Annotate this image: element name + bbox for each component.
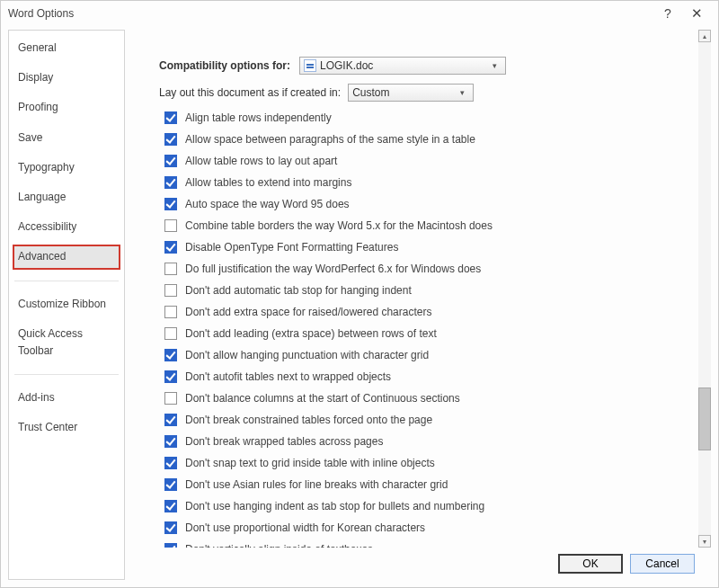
compat-option-label[interactable]: Align table rows independently xyxy=(185,110,332,126)
compat-option: Allow space between paragraphs of the sa… xyxy=(161,130,688,148)
compat-label: Compatibility options for: xyxy=(159,59,290,72)
scroll-track[interactable] xyxy=(698,42,711,535)
sidebar-item-general[interactable]: General xyxy=(14,38,119,58)
compat-checkbox[interactable] xyxy=(164,521,177,534)
compat-checkbox[interactable] xyxy=(164,414,177,426)
sidebar-item-quick-access-toolbar[interactable]: Quick Access Toolbar xyxy=(14,324,119,361)
scroll-up-button[interactable]: ▴ xyxy=(698,30,711,42)
compat-option-label[interactable]: Don't add automatic tab stop for hanging… xyxy=(185,282,412,298)
compat-option-label[interactable]: Don't vertically align inside of textbox… xyxy=(185,541,373,548)
layout-value: Custom xyxy=(352,86,389,99)
layout-dropdown[interactable]: Custom ▾ xyxy=(348,84,474,102)
compat-option-label[interactable]: Don't use hanging indent as tab stop for… xyxy=(185,498,484,514)
compat-option: Align table rows independently xyxy=(161,109,688,127)
compat-option: Don't autofit tables next to wrapped obj… xyxy=(161,368,688,386)
compat-option: Auto space the way Word 95 does xyxy=(161,195,688,213)
compat-option-label[interactable]: Don't snap text to grid inside table wit… xyxy=(185,455,435,471)
sidebar-item-typography[interactable]: Typography xyxy=(14,157,119,178)
compat-document-value: LOGIK.doc xyxy=(320,59,373,72)
compat-option-label[interactable]: Allow space between paragraphs of the sa… xyxy=(185,131,475,147)
compat-checkbox[interactable] xyxy=(164,370,177,383)
compat-document-dropdown[interactable]: LOGIK.doc ▾ xyxy=(299,57,506,75)
close-button[interactable]: ✕ xyxy=(682,5,711,22)
scroll-thumb[interactable] xyxy=(698,388,711,450)
compat-checkbox[interactable] xyxy=(164,500,177,512)
compat-checkbox[interactable] xyxy=(164,176,177,189)
compat-option-label[interactable]: Do full justification the way WordPerfec… xyxy=(185,261,481,277)
compat-option: Don't add automatic tab stop for hanging… xyxy=(161,281,688,299)
compat-checkbox[interactable] xyxy=(164,241,177,254)
dialog-footer: OK Cancel xyxy=(132,548,711,580)
compat-option-label[interactable]: Disable OpenType Font Formatting Feature… xyxy=(185,239,398,255)
compat-option: Do full justification the way WordPerfec… xyxy=(161,260,688,278)
compat-option: Don't use hanging indent as tab stop for… xyxy=(161,497,688,515)
compat-checkbox[interactable] xyxy=(164,263,177,275)
compat-checkbox[interactable] xyxy=(164,327,177,340)
sidebar-divider xyxy=(14,281,119,281)
titlebar: Word Options ? ✕ xyxy=(1,1,718,26)
compat-option-label[interactable]: Don't balance columns at the start of Co… xyxy=(185,390,460,406)
compat-option-label[interactable]: Don't add extra space for raised/lowered… xyxy=(185,304,431,320)
compatibility-section-header: Compatibility options for: LOGIK.doc ▾ xyxy=(159,57,688,75)
main-pane: Compatibility options for: LOGIK.doc ▾ L… xyxy=(132,30,711,580)
sidebar-item-accessibility[interactable]: Accessibility xyxy=(14,217,119,237)
compat-checkbox[interactable] xyxy=(164,284,177,297)
scroll-down-button[interactable]: ▾ xyxy=(698,535,711,548)
compat-option: Don't break wrapped tables across pages xyxy=(161,432,688,450)
compat-option-label[interactable]: Don't add leading (extra space) between … xyxy=(185,325,437,342)
sidebar: General Display Proofing Save Typography… xyxy=(8,30,125,580)
scroll-wrap: Compatibility options for: LOGIK.doc ▾ L… xyxy=(132,30,711,548)
sidebar-item-save[interactable]: Save xyxy=(14,128,119,148)
compat-checkbox[interactable] xyxy=(164,155,177,167)
chevron-down-icon: ▾ xyxy=(487,61,502,70)
compat-option: Don't allow hanging punctuation with cha… xyxy=(161,346,688,364)
ok-button[interactable]: OK xyxy=(558,554,623,574)
compat-checkbox[interactable] xyxy=(164,543,177,548)
compat-option-label[interactable]: Auto space the way Word 95 does xyxy=(185,196,350,212)
compat-option: Don't balance columns at the start of Co… xyxy=(161,389,688,407)
compat-option-label[interactable]: Don't break wrapped tables across pages xyxy=(185,433,383,450)
compat-option: Don't add leading (extra space) between … xyxy=(161,325,688,343)
sidebar-item-trust-center[interactable]: Trust Center xyxy=(14,417,119,438)
compat-option: Don't break constrained tables forced on… xyxy=(161,411,688,429)
compat-option-label[interactable]: Allow table rows to lay out apart xyxy=(185,153,337,169)
sidebar-item-add-ins[interactable]: Add-ins xyxy=(14,388,119,408)
compat-option: Don't use Asian rules for line breaks wi… xyxy=(161,476,688,494)
sidebar-divider xyxy=(14,374,119,375)
compat-option-label[interactable]: Don't break constrained tables forced on… xyxy=(185,412,432,428)
compat-checkbox[interactable] xyxy=(164,306,177,318)
compat-option: Disable OpenType Font Formatting Feature… xyxy=(161,238,688,256)
compat-checkbox[interactable] xyxy=(164,392,177,405)
compat-option-label[interactable]: Combine table borders the way Word 5.x f… xyxy=(185,218,493,234)
compat-checkbox[interactable] xyxy=(164,219,177,232)
compat-option: Don't snap text to grid inside table wit… xyxy=(161,454,688,472)
dialog-body: General Display Proofing Save Typography… xyxy=(1,26,718,587)
compat-checkbox[interactable] xyxy=(164,111,177,124)
compat-option: Combine table borders the way Word 5.x f… xyxy=(161,217,688,235)
sidebar-item-display[interactable]: Display xyxy=(14,67,119,88)
compat-option-label[interactable]: Allow tables to extend into margins xyxy=(185,174,351,191)
help-button[interactable]: ? xyxy=(653,6,682,21)
compat-option-label[interactable]: Don't use Asian rules for line breaks wi… xyxy=(185,477,448,493)
compat-option-label[interactable]: Don't allow hanging punctuation with cha… xyxy=(185,347,429,363)
compat-checkbox[interactable] xyxy=(164,457,177,469)
options-pane: Compatibility options for: LOGIK.doc ▾ L… xyxy=(132,30,695,548)
cancel-button[interactable]: Cancel xyxy=(630,554,695,574)
compat-checkbox[interactable] xyxy=(164,198,177,210)
compat-option: Don't add extra space for raised/lowered… xyxy=(161,303,688,321)
compat-option: Don't use proportional width for Korean … xyxy=(161,519,688,537)
sidebar-item-language[interactable]: Language xyxy=(14,187,119,208)
sidebar-item-advanced[interactable]: Advanced xyxy=(13,245,120,269)
compat-checkbox[interactable] xyxy=(164,133,177,146)
compat-option: Allow tables to extend into margins xyxy=(161,174,688,192)
sidebar-item-customize-ribbon[interactable]: Customize Ribbon xyxy=(14,294,119,315)
sidebar-item-proofing[interactable]: Proofing xyxy=(14,97,119,118)
compat-checkbox[interactable] xyxy=(164,349,177,361)
compat-option: Don't vertically align inside of textbox… xyxy=(161,540,688,548)
compat-option-label[interactable]: Don't autofit tables next to wrapped obj… xyxy=(185,369,391,385)
compat-checkbox[interactable] xyxy=(164,435,177,448)
compat-option-label[interactable]: Don't use proportional width for Korean … xyxy=(185,520,425,536)
compat-checkbox[interactable] xyxy=(164,478,177,491)
vertical-scrollbar[interactable]: ▴ ▾ xyxy=(698,30,711,548)
compat-option: Allow table rows to lay out apart xyxy=(161,152,688,170)
